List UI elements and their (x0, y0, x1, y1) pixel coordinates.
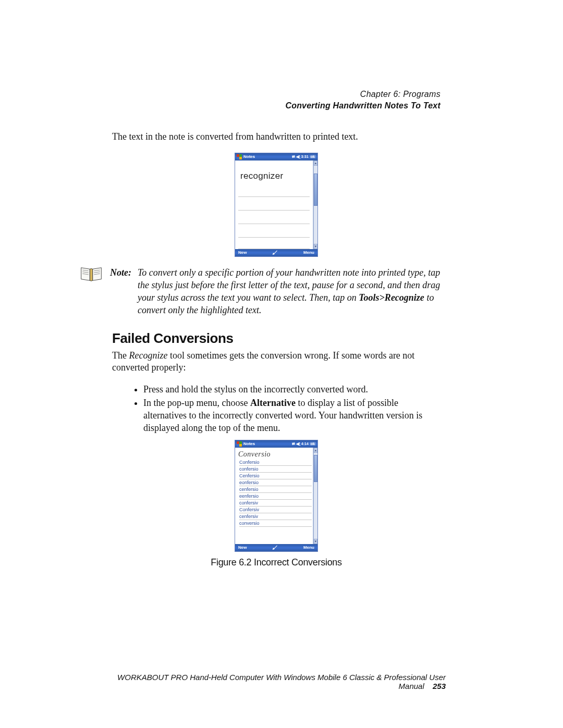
alternative-item[interactable]: confersio (239, 466, 312, 473)
note-label: Note: (110, 266, 138, 317)
volume-icon: ◀ξ (296, 442, 300, 446)
handwritten-word: Conversio (236, 449, 312, 459)
failed-paragraph: The Recognize tool sometimes gets the co… (112, 350, 440, 374)
section-label: Converting Handwritten Notes To Text (112, 100, 440, 112)
note-block: Note: To convert only a specific portion… (80, 266, 445, 317)
menu-button[interactable]: Menu (303, 250, 314, 255)
scrollbar[interactable]: ▲ ▼ (313, 448, 317, 544)
running-header: Chapter 6: Programs Converting Handwritt… (112, 89, 440, 111)
note-canvas[interactable]: recognizer (235, 161, 313, 249)
heading-failed-conversions: Failed Conversions (112, 330, 440, 347)
scrollbar[interactable]: ▲ ▼ (313, 161, 317, 249)
open-book-icon (80, 265, 103, 285)
pen-icon[interactable] (267, 249, 283, 256)
signal-icon: ⇄ (292, 442, 295, 446)
page-footer: WORKABOUT PRO Hand-Held Computer With Wi… (112, 673, 446, 690)
alternative-item[interactable]: eonfersio (239, 479, 312, 486)
app-title: Notes (243, 441, 292, 446)
ok-button[interactable]: ok (310, 155, 316, 158)
recognized-word: recognizer (238, 170, 310, 183)
bullet-list: Press and hold the stylus on the incorre… (112, 384, 440, 435)
note-tools-recognize: Tools>Recognize (359, 292, 424, 303)
signal-icon: ⇄ (292, 155, 295, 159)
status-icons: ⇄ ◀ξ 3:31 ok (292, 155, 316, 159)
new-button[interactable]: New (238, 545, 247, 550)
scroll-thumb[interactable] (314, 174, 317, 206)
alternative-item[interactable]: eenfersio (239, 493, 312, 500)
volume-icon: ◀ξ (296, 155, 300, 159)
chapter-label: Chapter 6: Programs (112, 89, 440, 100)
alternative-item[interactable]: Confersiv (239, 507, 312, 513)
screenshot-alternatives: Notes ⇄ ◀ξ 4:14 ok Conversio Confersioco… (235, 440, 318, 552)
new-button[interactable]: New (238, 250, 247, 255)
failed-em: Recognize (129, 350, 167, 361)
app-title: Notes (243, 154, 292, 159)
screenshot-recognizer: Notes ⇄ ◀ξ 3:31 ok recognizer (235, 153, 318, 257)
bullet-2: In the pop-up menu, choose Alternative t… (143, 397, 440, 434)
alternative-item[interactable]: cenfersiv (239, 513, 312, 520)
windows-flag-icon (237, 154, 242, 159)
alternative-item[interactable]: Confersio (239, 459, 312, 466)
scroll-down-icon[interactable]: ▼ (314, 244, 317, 249)
alternative-item[interactable]: conversio (239, 520, 312, 527)
pda-titlebar: Notes ⇄ ◀ξ 4:14 ok (235, 440, 317, 448)
alternatives-menu[interactable]: ConfersioconfersioCenfersioeonfersiocenf… (236, 459, 312, 527)
windows-flag-icon (237, 441, 242, 447)
alternative-item[interactable]: confersiv (239, 500, 312, 507)
note-canvas[interactable]: Conversio ConfersioconfersioCenfersioeon… (235, 448, 313, 544)
clock: 3:31 (301, 155, 309, 158)
page-number: 253 (426, 682, 446, 690)
scroll-up-icon[interactable]: ▲ (314, 161, 317, 166)
pen-icon[interactable] (267, 544, 283, 551)
bullet-2-pre: In the pop-up menu, choose (143, 398, 250, 408)
bullet-2-bold: Alternative (250, 398, 296, 408)
pda-bottombar: New Menu (235, 249, 317, 256)
footer-text: WORKABOUT PRO Hand-Held Computer With Wi… (117, 673, 446, 690)
scroll-up-icon[interactable]: ▲ (314, 448, 317, 453)
intro-paragraph: The text in the note is converted from h… (112, 131, 440, 143)
menu-button[interactable]: Menu (303, 545, 314, 550)
scroll-down-icon[interactable]: ▼ (314, 539, 317, 544)
pda-bottombar: New Menu (235, 544, 317, 551)
ok-button[interactable]: ok (310, 442, 316, 446)
bullet-1: Press and hold the stylus on the incorre… (143, 384, 440, 396)
pda-titlebar: Notes ⇄ ◀ξ 3:31 ok (235, 153, 317, 161)
manual-page: Chapter 6: Programs Converting Handwritt… (0, 0, 563, 728)
note-text: Note: To convert only a specific portion… (110, 266, 445, 317)
clock: 4:14 (301, 442, 309, 446)
figure-caption: Figure 6.2 Incorrect Conversions (112, 557, 440, 568)
alternative-item[interactable]: cenfersio (239, 486, 312, 493)
status-icons: ⇄ ◀ξ 4:14 ok (292, 442, 316, 446)
alternative-item[interactable]: Cenfersio (239, 473, 312, 479)
content-column: Chapter 6: Programs Converting Handwritt… (112, 89, 440, 568)
failed-pre: The (112, 350, 129, 361)
scroll-thumb[interactable] (314, 455, 317, 482)
